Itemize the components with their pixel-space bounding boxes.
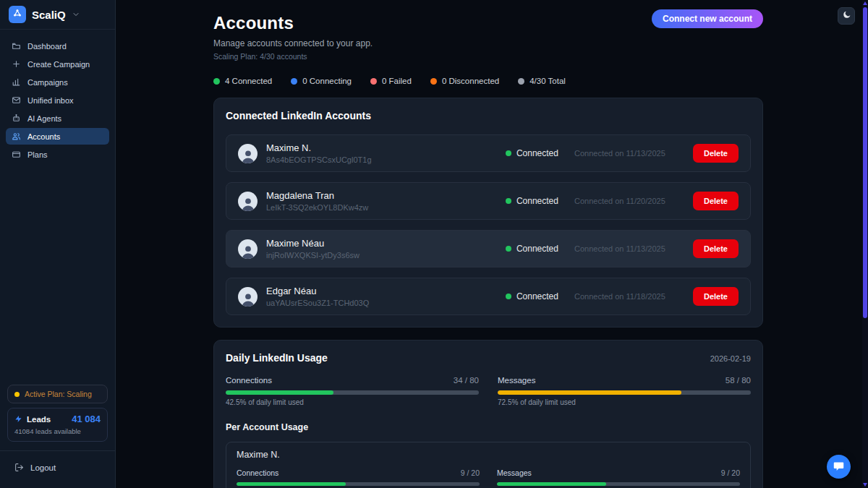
usage-metric: Messages 9 / 20 45.0% used: [497, 468, 740, 488]
progress-track: [498, 390, 751, 395]
account-name: Magdalena Tran: [266, 190, 506, 201]
logout-label: Logout: [30, 463, 56, 472]
legend-item: 0 Disconnected: [430, 77, 499, 85]
connected-on-date: Connected on 11/13/2025: [574, 149, 683, 158]
sidebar: ScaliQ Dashboard Create Campaign Campaig…: [0, 0, 116, 488]
sidebar-item-label: Create Campaign: [27, 60, 90, 69]
legend-item: 0 Connecting: [291, 77, 352, 85]
status-dot: [506, 294, 511, 299]
sidebar-item-dashboard[interactable]: Dashboard: [6, 38, 109, 54]
logout-icon: [14, 463, 24, 472]
robot-icon: [12, 114, 21, 123]
delete-account-button[interactable]: Delete: [693, 239, 739, 258]
delete-account-button[interactable]: Delete: [693, 287, 739, 306]
status-dot: [506, 150, 511, 156]
account-row: Maxime N. 8As4bEOGTPSCsxUCgl0T1g Connect…: [226, 134, 751, 172]
status-text: Connected: [516, 244, 558, 254]
active-plan-badge[interactable]: Active Plan: Scaling: [7, 385, 108, 403]
chat-widget-button[interactable]: [827, 455, 851, 479]
usage-metric: Connections 9 / 20 45.0% used: [237, 468, 480, 488]
chat-icon: [833, 460, 845, 474]
account-name: Maxime N.: [266, 142, 506, 153]
account-status: Connected: [506, 291, 558, 301]
progress-fill: [226, 390, 333, 395]
metric-label: Messages: [497, 468, 532, 477]
sidebar-spacer: [0, 164, 115, 380]
avatar: [238, 144, 258, 163]
logout-button[interactable]: Logout: [0, 451, 115, 488]
account-status: Connected: [506, 244, 558, 254]
legend-dot: [370, 78, 377, 85]
legend-label: 0 Disconnected: [442, 77, 499, 85]
progress-track: [226, 390, 479, 395]
scroll-up-arrow[interactable]: [863, 1, 867, 5]
connect-new-account-button[interactable]: Connect new account: [652, 9, 763, 28]
plan-badge-label: Active Plan: Scaling: [25, 390, 92, 398]
account-status: Connected: [506, 148, 558, 158]
metric-note: 42.5% of daily limit used: [226, 398, 479, 406]
delete-account-button[interactable]: Delete: [693, 192, 739, 210]
avatar: [238, 192, 258, 211]
main-content: Accounts Manage accounts connected to yo…: [116, 0, 868, 488]
sidebar-item-unified-inbox[interactable]: Unified inbox: [6, 92, 109, 108]
legend-label: 0 Failed: [382, 77, 412, 85]
legend-dot: [518, 78, 524, 85]
bolt-icon: [14, 415, 22, 423]
legend-dot: [213, 78, 220, 85]
legend-label: 4/30 Total: [529, 77, 566, 85]
chevron-down-icon[interactable]: [72, 10, 80, 19]
sidebar-item-campaigns[interactable]: Campaigns: [6, 74, 109, 90]
usage-date: 2026-02-19: [710, 354, 751, 363]
account-name: Edgar Néau: [266, 286, 506, 296]
plan-usage-line: Scaling Plan: 4/30 accounts: [213, 52, 763, 61]
account-row: Edgar Néau uaYAUsrESou3Z1-TCHd03Q Connec…: [226, 278, 751, 315]
brand-header[interactable]: ScaliQ: [0, 0, 115, 30]
status-text: Connected: [516, 291, 558, 301]
usage-metric: Connections 34 / 80 42.5% of daily limit…: [226, 376, 479, 406]
progress-track: [497, 482, 740, 486]
sidebar-item-label: Unified inbox: [27, 96, 74, 105]
avatar: [238, 239, 258, 259]
legend-item: 4 Connected: [213, 77, 272, 85]
delete-account-button[interactable]: Delete: [693, 144, 739, 163]
per-account-usage-card: Maxime N. Connections 9 / 20 45.0% used …: [226, 442, 751, 488]
avatar: [238, 287, 258, 307]
page-subtitle: Manage accounts connected to your app.: [213, 38, 763, 48]
metric-note: 72.5% of daily limit used: [498, 398, 751, 406]
legend-label: 4 Connected: [225, 77, 272, 85]
scroll-down-arrow[interactable]: [863, 483, 867, 487]
progress-track: [237, 482, 480, 486]
moon-icon: [842, 10, 851, 22]
theme-toggle-button[interactable]: [838, 7, 855, 25]
leads-count: 41 084: [72, 414, 101, 424]
sidebar-item-create-campaign[interactable]: Create Campaign: [6, 56, 109, 72]
status-text: Connected: [516, 148, 558, 158]
connected-on-date: Connected on 11/18/2025: [574, 292, 683, 301]
page-scrollbar[interactable]: [862, 0, 868, 488]
card-icon: [12, 150, 21, 159]
account-id: 8As4bEOGTPSCsxUCgl0T1g: [266, 155, 506, 164]
daily-usage-title: Daily LinkedIn Usage: [226, 352, 328, 364]
connected-accounts-card: Connected LinkedIn Accounts Maxime N. 8A…: [213, 98, 763, 328]
legend-item: 0 Failed: [370, 77, 412, 85]
leads-widget[interactable]: Leads 41 084 41084 leads available: [7, 408, 108, 442]
plus-icon: [12, 59, 21, 69]
metric-value: 34 / 80: [454, 376, 479, 385]
metric-value: 9 / 20: [461, 468, 480, 477]
metric-value: 9 / 20: [721, 468, 740, 477]
account-row: Maxime Néau injRoIWXQKSI-ytDy3s6sw Conne…: [226, 230, 751, 267]
dashboard-icon: [12, 41, 21, 51]
scrollbar-thumb[interactable]: [863, 7, 867, 318]
account-row: Magdalena Tran LeIkT-3SQ2ekOYL8DKw4zw Co…: [226, 182, 751, 220]
account-name: Maxime Néau: [266, 238, 506, 249]
metric-label: Connections: [237, 468, 278, 477]
sidebar-item-plans[interactable]: Plans: [6, 146, 109, 163]
leads-label: Leads: [27, 415, 67, 424]
connected-accounts-title: Connected LinkedIn Accounts: [226, 110, 751, 121]
sidebar-item-accounts[interactable]: Accounts: [6, 128, 109, 145]
sidebar-nav: Dashboard Create Campaign Campaigns Unif…: [0, 30, 115, 164]
status-legend: 4 Connected 0 Connecting 0 Failed 0 Disc…: [213, 77, 763, 85]
per-account-usage-title: Per Account Usage: [226, 422, 751, 432]
sidebar-item-ai-agents[interactable]: AI Agents: [6, 110, 109, 127]
progress-fill: [498, 390, 681, 395]
